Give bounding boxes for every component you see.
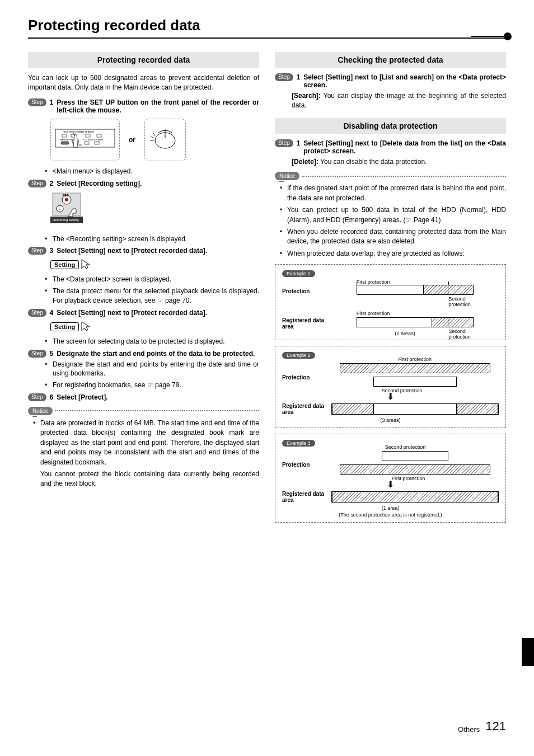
step-badge: Step [28, 247, 46, 255]
registered-label: Registered data area [282, 317, 327, 330]
step-3-result-2: •The data protect menu for the selected … [45, 287, 259, 306]
step-5-sub-1: •Designate the start and end points by e… [45, 360, 259, 379]
checking-step-1: Step 1 Select [Setting] next to [List an… [275, 73, 506, 89]
step-number: 1 [50, 98, 54, 114]
step-badge: Step [275, 139, 293, 147]
registered-label: Registered data area [282, 491, 327, 503]
svg-text:Recording setting: Recording setting [53, 218, 79, 222]
arrow-down-icon: ⬇ [282, 481, 499, 489]
step-6-text: Select [Protect]. [57, 393, 259, 401]
disabling-step-1: Step 1 Select [Setting] next to [Delete … [275, 139, 506, 155]
example-3-badge: Example 3 [282, 440, 315, 447]
example-2: Example 2 Protection First protection Se… [275, 346, 506, 428]
svg-rect-9 [85, 142, 89, 144]
step-2-result: •The <Recording setting> screen is displ… [45, 234, 259, 244]
notice-r3: •When you delete recorded data containin… [275, 227, 506, 247]
step-1-text: Press the SET UP button on the front pan… [57, 98, 259, 114]
section-disabling: Disabling data protection [275, 118, 506, 134]
step-badge: Step [28, 393, 46, 401]
notice-item-1: •Data are protected in blocks of 64 MB. … [28, 419, 259, 467]
step-badge: Step [28, 309, 46, 317]
example-1: Example 1 Protection First protection Se… [275, 264, 506, 340]
protection-label: Protection [282, 462, 327, 468]
notice-r4: •When protected data overlap, they are p… [275, 249, 506, 259]
registered-bar [331, 403, 499, 415]
svg-rect-10 [95, 142, 99, 144]
svg-text:REC: REC [63, 194, 69, 197]
protection-bar: First protection Secondprotection [331, 281, 499, 300]
step-6: Step 6 Select [Protect]. [28, 393, 259, 401]
step-4-result: •The screen for selecting data to be pro… [45, 337, 259, 346]
svg-text:LOCK: LOCK [78, 144, 82, 147]
step-number: 2 [50, 180, 54, 187]
step-badge: Step [28, 98, 46, 106]
delete-description: [Delete]: You can disable the data prote… [292, 157, 506, 167]
notice-divider: Notice [28, 407, 259, 415]
step-number: 4 [50, 309, 54, 317]
section-protecting: Protecting recorded data [28, 52, 259, 68]
svg-point-17 [65, 198, 68, 201]
intro-text: You can lock up to 500 designated areas … [28, 73, 259, 93]
example-2-note: (3 areas) [282, 417, 499, 423]
notice-badge: Notice [275, 172, 299, 180]
notice-item-2: You cannot protect the block containing … [40, 469, 259, 489]
registered-bar [331, 491, 499, 503]
step-number: 1 [297, 139, 301, 155]
step-4: Step 4 Select [Setting] next to [Protect… [28, 309, 259, 317]
arrow-down-icon: ⬇ [282, 393, 499, 401]
cursor-icon [81, 257, 92, 272]
search-description: [Search]: You can display the image at t… [292, 91, 506, 110]
step-number: 3 [50, 247, 54, 255]
svg-text:LCD PW  BOOK MARK: LCD PW BOOK MARK [83, 139, 104, 141]
step-3-result-1: •The <Data protect> screen is displayed. [45, 275, 259, 284]
step-3: Step 3 Select [Setting] next to [Protect… [28, 247, 259, 255]
footer-category: Others [458, 725, 480, 734]
right-column: Checking the protected data Step 1 Selec… [275, 44, 506, 528]
example-1-badge: Example 1 [282, 270, 315, 277]
step-number: 6 [50, 393, 54, 401]
page-number: 121 [485, 719, 506, 734]
mouse-diagram [144, 119, 186, 161]
registered-bar: First protection Secondprotection (2 are… [331, 314, 499, 333]
recording-setting-icon: REC L Recording setting [50, 192, 259, 230]
svg-rect-2 [62, 134, 67, 137]
side-tab [522, 638, 534, 666]
protection-bar: Second protection First protection [331, 451, 499, 479]
step-5-sub-2: •For registering bookmarks, see ☞ page 7… [45, 381, 259, 390]
protection-label: Protection [282, 288, 327, 294]
notice-badge: Notice [28, 407, 53, 415]
front-panel-diagram: HELP SETUP TIMER SEARCH WARNING RESET LC… [50, 119, 120, 161]
example-3: Example 3 Protection Second protection F… [275, 434, 506, 523]
setting-button: Setting [50, 260, 79, 269]
step-3-text: Select [Setting] next to [Protect record… [57, 247, 259, 255]
registered-label: Registered data area [282, 403, 327, 415]
step-badge: Step [28, 180, 46, 187]
example-2-badge: Example 2 [282, 352, 315, 359]
checking-step-1-text: Select [Setting] next to [List and searc… [303, 73, 506, 89]
left-column: Protecting recorded data You can lock up… [28, 44, 259, 528]
notice-r1: •If the designated start point of the pr… [275, 184, 506, 203]
setting-button: Setting [50, 322, 79, 331]
notice-r2: •You can protect up to 500 data in total… [275, 205, 506, 225]
step-1-result: •<Main menu> is displayed. [45, 167, 259, 176]
svg-rect-7 [61, 142, 69, 144]
or-label: or [129, 136, 135, 144]
svg-rect-5 [97, 134, 101, 137]
step-number: 5 [50, 350, 54, 358]
step-2: Step 2 Select [Recording setting]. [28, 180, 259, 187]
setup-illustration: HELP SETUP TIMER SEARCH WARNING RESET LC… [50, 119, 259, 161]
disabling-step-1-text: Select [Setting] next to [Delete data fr… [303, 139, 506, 155]
page-marker [471, 31, 512, 41]
protection-bar: First protection Second protection [331, 363, 499, 391]
step-number: 1 [297, 73, 301, 89]
section-checking: Checking the protected data [275, 52, 506, 68]
page-footer: Others 121 [458, 719, 506, 734]
step-4-text: Select [Setting] next to [Protect record… [57, 309, 259, 317]
svg-text:L: L [59, 207, 60, 210]
cursor-icon [81, 320, 92, 334]
example-3-note-2: (The second protection area is not regis… [282, 512, 499, 518]
step-2-text: Select [Recording setting]. [57, 180, 259, 187]
protection-label: Protection [282, 374, 327, 381]
step-badge: Step [275, 73, 293, 81]
notice-divider: Notice [275, 172, 506, 180]
